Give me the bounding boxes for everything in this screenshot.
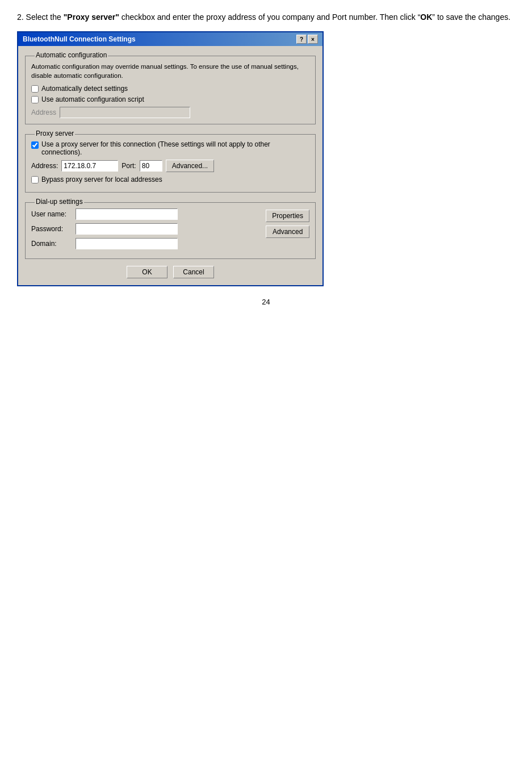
auto-config-legend: Automatic configuration	[35, 51, 108, 59]
username-input[interactable]	[76, 208, 178, 220]
connection-settings-dialog: BluetoothNull Connection Settings ? × Au…	[17, 31, 324, 286]
password-row: Password:	[31, 223, 260, 235]
domain-label: Domain:	[31, 240, 72, 248]
dialup-buttons-right: Properties Advanced	[266, 208, 309, 253]
dialup-properties-button[interactable]: Properties	[266, 210, 309, 222]
ok-button[interactable]: OK	[127, 266, 167, 278]
intro-text-middle: checkbox and enter the proxy address of …	[119, 12, 420, 22]
proxy-server-legend: Proxy server	[35, 130, 75, 137]
intro-text-end: ” to save the changes.	[432, 12, 510, 22]
help-button[interactable]: ?	[296, 35, 307, 44]
proxy-address-label: Address:	[31, 162, 58, 170]
auto-address-label: Address	[31, 108, 56, 116]
proxy-advanced-button[interactable]: Advanced...	[166, 160, 214, 172]
dialog-bottom-buttons: OK Cancel	[25, 266, 316, 278]
proxy-address-row: Address: Port: Advanced...	[31, 160, 309, 172]
dialup-section: Dial-up settings User name: Password: Do…	[25, 198, 316, 259]
auto-script-label: Use automatic configuration script	[41, 95, 144, 103]
proxy-port-input[interactable]	[140, 160, 162, 172]
dialup-fields-layout: User name: Password: Domain: Properties …	[31, 208, 309, 253]
proxy-server-section: Proxy server Use a proxy server for this…	[25, 130, 316, 193]
domain-row: Domain:	[31, 238, 260, 249]
cancel-button[interactable]: Cancel	[173, 266, 214, 278]
intro-paragraph: 2. Select the "Proxy server" checkbox an…	[17, 11, 515, 23]
username-label: User name:	[31, 210, 72, 218]
auto-config-section: Automatic configuration Automatic config…	[25, 52, 316, 124]
dialup-advanced-button[interactable]: Advanced	[266, 226, 309, 238]
auto-detect-checkbox[interactable]	[31, 85, 39, 93]
titlebar-buttons: ? ×	[296, 35, 318, 44]
proxy-use-label: Use a proxy server for this connection (…	[41, 140, 309, 156]
close-button[interactable]: ×	[308, 35, 318, 44]
page-number: 24	[17, 298, 515, 306]
intro-bold-proxy: "Proxy server"	[64, 12, 119, 22]
password-label: Password:	[31, 225, 72, 233]
auto-config-description: Automatic configuration may override man…	[31, 62, 309, 80]
proxy-port-label: Port:	[122, 162, 136, 170]
username-row: User name:	[31, 208, 260, 220]
proxy-use-row: Use a proxy server for this connection (…	[31, 140, 309, 156]
proxy-bypass-checkbox[interactable]	[31, 176, 39, 183]
intro-bold-ok: OK	[420, 12, 432, 22]
domain-input[interactable]	[76, 238, 178, 249]
auto-address-row: Address	[31, 107, 309, 118]
auto-detect-label: Automatically detect settings	[41, 85, 128, 93]
auto-detect-row: Automatically detect settings	[31, 85, 309, 93]
dialog-body: Automatic configuration Automatic config…	[18, 46, 322, 285]
dialup-legend: Dial-up settings	[35, 198, 84, 206]
proxy-address-input[interactable]	[61, 160, 118, 172]
password-input[interactable]	[76, 223, 178, 235]
intro-text-before: 2. Select the	[17, 12, 64, 22]
dialog-titlebar: BluetoothNull Connection Settings ? ×	[18, 32, 322, 46]
proxy-bypass-row: Bypass proxy server for local addresses	[31, 176, 309, 183]
auto-script-row: Use automatic configuration script	[31, 95, 309, 103]
proxy-use-checkbox[interactable]	[31, 141, 39, 149]
auto-address-input[interactable]	[60, 107, 190, 118]
dialog-title: BluetoothNull Connection Settings	[23, 35, 136, 43]
auto-script-checkbox[interactable]	[31, 96, 39, 103]
dialup-fields-left: User name: Password: Domain:	[31, 208, 260, 253]
proxy-bypass-label: Bypass proxy server for local addresses	[41, 176, 162, 183]
